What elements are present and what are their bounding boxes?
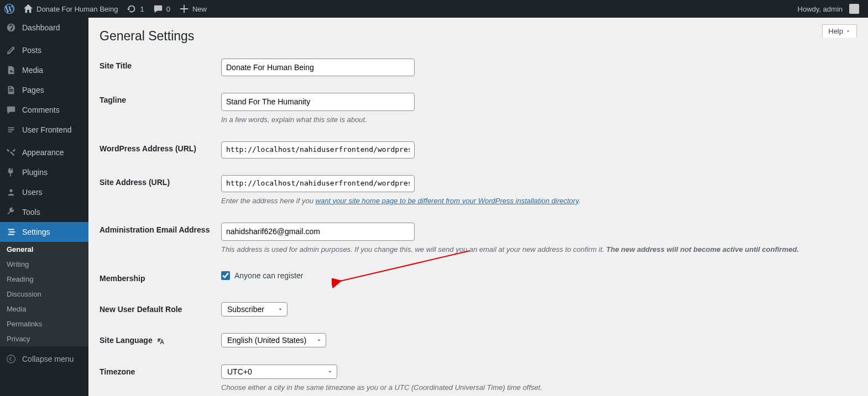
- sidebar-item-pages[interactable]: Pages: [0, 80, 88, 100]
- membership-checkbox-label[interactable]: Anyone can register: [221, 271, 304, 280]
- pages-icon: [6, 85, 17, 96]
- sidebar-item-media[interactable]: Media: [0, 60, 88, 80]
- sidebar-sub-general[interactable]: General: [0, 242, 88, 257]
- topbar-left: Donate For Human Being 1 0 New: [0, 0, 211, 18]
- sidebar-collapse[interactable]: Collapse menu: [0, 349, 88, 369]
- sidebar-label: Users: [22, 188, 43, 197]
- sidebar-label: Settings: [22, 228, 50, 236]
- sidebar-label: Dashboard: [22, 23, 60, 32]
- page-title: General Settings: [100, 18, 857, 50]
- user-frontend-icon: [6, 124, 17, 135]
- media-icon: [6, 65, 17, 76]
- site-address-label: Site Address (URL): [100, 167, 221, 214]
- comment-icon: [153, 4, 163, 14]
- help-tab[interactable]: Help: [822, 24, 857, 38]
- plugins-icon: [6, 167, 17, 178]
- collapse-label: Collapse menu: [22, 355, 74, 363]
- tagline-input[interactable]: [221, 93, 415, 110]
- site-name-link[interactable]: Donate For Human Being: [19, 0, 122, 18]
- update-icon: [127, 4, 137, 14]
- comments-count: 0: [166, 5, 170, 13]
- site-title-label: Site Title: [100, 50, 221, 85]
- site-title-input[interactable]: [221, 59, 415, 76]
- new-text: New: [192, 5, 207, 13]
- appearance-icon: [6, 147, 17, 158]
- admin-email-label: Administration Email Address: [100, 214, 221, 263]
- admin-email-input[interactable]: [221, 223, 415, 240]
- posts-icon: [6, 45, 17, 56]
- site-address-desc-pre: Enter the address here if you: [221, 197, 316, 205]
- sidebar-label: Appearance: [22, 148, 64, 157]
- sidebar-submenu-settings: General Writing Reading Discussion Media…: [0, 242, 88, 346]
- svg-point-0: [7, 355, 15, 363]
- site-address-desc-post: .: [578, 197, 581, 205]
- wp-address-input[interactable]: [221, 141, 415, 159]
- topbar-right: Howdy, admin: [793, 0, 868, 18]
- admin-email-desc-bold: The new address will not become active u…: [606, 245, 799, 254]
- chevron-down-icon: [845, 29, 851, 34]
- sidebar-item-posts[interactable]: Posts: [0, 40, 88, 60]
- wordpress-icon: [4, 4, 14, 14]
- site-address-input[interactable]: [221, 175, 415, 192]
- help-label: Help: [828, 27, 843, 35]
- timezone-select[interactable]: UTC+0: [221, 365, 337, 379]
- sidebar-label: Pages: [22, 86, 44, 94]
- settings-form: Site Title Tagline In a few words, expla…: [100, 50, 857, 396]
- sidebar-sub-media[interactable]: Media: [0, 302, 88, 316]
- collapse-icon: [6, 353, 17, 365]
- sidebar-item-comments[interactable]: Comments: [0, 100, 88, 120]
- sidebar-sub-discussion[interactable]: Discussion: [0, 287, 88, 302]
- sidebar-label: Tools: [22, 208, 40, 217]
- membership-cb-text: Anyone can register: [234, 271, 304, 280]
- account-link[interactable]: Howdy, admin: [793, 0, 864, 18]
- membership-label: Membership: [100, 263, 221, 294]
- timezone-description: Choose either a city in the same timezon…: [221, 382, 857, 393]
- tools-icon: [6, 207, 17, 218]
- wp-logo-button[interactable]: [0, 0, 19, 18]
- comments-icon: [6, 104, 17, 115]
- admin-email-description: This address is used for admin purposes.…: [221, 244, 857, 255]
- home-icon: [23, 4, 33, 14]
- wp-address-label: WordPress Address (URL): [100, 133, 221, 167]
- default-role-select[interactable]: Subscriber: [221, 302, 287, 316]
- sidebar-label: Posts: [22, 46, 41, 55]
- avatar: [849, 4, 859, 14]
- language-select[interactable]: English (United States): [221, 333, 326, 347]
- comments-link[interactable]: 0: [149, 0, 175, 18]
- plus-icon: [179, 4, 189, 14]
- sidebar-sub-permalinks[interactable]: Permalinks: [0, 316, 88, 331]
- sidebar-item-user-frontend[interactable]: User Frontend: [0, 120, 88, 140]
- admin-email-desc-pre: This address is used for admin purposes.…: [221, 245, 606, 254]
- sidebar-label: Plugins: [22, 168, 48, 177]
- sidebar-label: Media: [22, 66, 43, 75]
- default-role-label: New User Default Role: [100, 294, 221, 325]
- sidebar-sub-reading[interactable]: Reading: [0, 272, 88, 287]
- sidebar-item-dashboard[interactable]: Dashboard: [0, 18, 88, 38]
- sidebar-label: User Frontend: [22, 125, 71, 134]
- membership-checkbox[interactable]: [221, 271, 230, 280]
- dashboard-icon: [6, 22, 17, 33]
- howdy-text: Howdy, admin: [798, 5, 843, 13]
- updates-link[interactable]: 1: [122, 0, 148, 18]
- site-address-description: Enter the address here if you want your …: [221, 196, 857, 207]
- site-name-text: Donate For Human Being: [36, 5, 118, 13]
- sidebar-item-settings[interactable]: Settings: [0, 222, 88, 242]
- sidebar-sub-privacy[interactable]: Privacy: [0, 331, 88, 346]
- sidebar-sub-writing[interactable]: Writing: [0, 257, 88, 272]
- site-address-desc-link[interactable]: want your site home page to be different…: [316, 197, 579, 205]
- language-label: Site Language: [100, 325, 221, 356]
- new-link[interactable]: New: [175, 0, 211, 18]
- sidebar-item-plugins[interactable]: Plugins: [0, 162, 88, 182]
- sidebar-label: Comments: [22, 105, 60, 114]
- settings-icon: [6, 226, 17, 237]
- users-icon: [6, 187, 17, 198]
- sidebar-item-tools[interactable]: Tools: [0, 202, 88, 222]
- updates-count: 1: [140, 5, 144, 13]
- sidebar-item-users[interactable]: Users: [0, 182, 88, 202]
- main-content: Help General Settings Site Title Tagline…: [88, 18, 868, 396]
- admin-sidebar: Dashboard Posts Media Pages Comments Use…: [0, 18, 88, 396]
- admin-top-bar: Donate For Human Being 1 0 New Howdy, ad…: [0, 0, 868, 18]
- tagline-label: Tagline: [100, 85, 221, 133]
- timezone-label: Timezone: [100, 356, 221, 396]
- sidebar-item-appearance[interactable]: Appearance: [0, 142, 88, 162]
